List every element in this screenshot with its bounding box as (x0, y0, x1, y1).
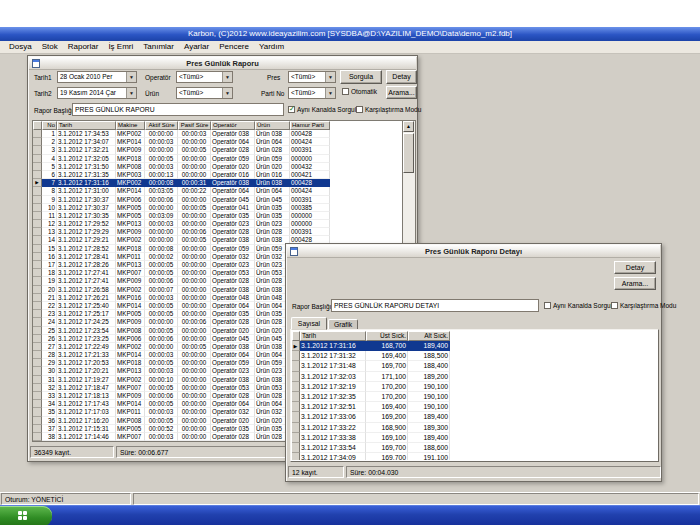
cell[interactable]: 00:00:05 (145, 269, 178, 277)
cell[interactable]: 000424 (290, 187, 330, 195)
cell[interactable]: 00:00:00 (145, 228, 178, 236)
cell[interactable]: 00:00:00 (145, 130, 178, 138)
rapor-basligi-input[interactable] (72, 103, 284, 116)
cell[interactable]: MKP013 (116, 261, 145, 269)
cell[interactable]: 000391 (290, 228, 330, 236)
cell[interactable]: Operatör 032 (211, 253, 255, 261)
tarih1-date-picker[interactable]: 28 Ocak 2010 Per ▼ (57, 71, 137, 83)
cell[interactable]: 00:00:03 (145, 367, 178, 375)
menu-tanimlar[interactable]: Tanımlar (138, 41, 179, 53)
cell[interactable]: Operatör 028 (211, 146, 255, 154)
cell[interactable]: Operatör 048 (211, 294, 255, 302)
cell[interactable]: 3.1.2012 17:16:20 (57, 417, 116, 425)
cell[interactable]: 3.1.2012 17:17:43 (57, 400, 116, 408)
cell[interactable]: 00:00:00 (178, 327, 211, 335)
cell[interactable]: 3.1.2012 17:33:38 (300, 433, 366, 443)
cell[interactable]: 00:00:05 (178, 236, 211, 244)
table-row[interactable]: 93.1.2012 17:30:37MKP00600:00:0600:00:00… (33, 196, 402, 204)
cell[interactable]: MKP009 (116, 146, 145, 154)
cell[interactable]: 3.1.2012 17:20:21 (57, 367, 116, 375)
cell[interactable]: 20 (42, 286, 57, 294)
table-row[interactable]: 103.1.2012 17:30:37MKP00500:00:0000:00:0… (33, 204, 402, 212)
cell[interactable]: 19 (42, 277, 57, 285)
cell[interactable]: 21 (42, 294, 57, 302)
detail-karsilastirma-checkbox[interactable]: Karşılaştırma Modu (611, 302, 676, 309)
pres-select[interactable]: <Tümü> ▼ (288, 71, 336, 83)
cell[interactable]: Operatör 020 (211, 417, 255, 425)
cell[interactable]: 3.1.2012 17:30:37 (57, 204, 116, 212)
cell[interactable]: 00:00:05 (145, 384, 178, 392)
cell[interactable]: 00:00:00 (178, 417, 211, 425)
cell[interactable]: 00:00:00 (178, 245, 211, 253)
column-header-tarih[interactable]: Tarih (300, 331, 366, 341)
cell[interactable]: 3.1.2012 17:31:16 (300, 341, 366, 351)
cell[interactable]: 3.1.2012 17:19:27 (57, 376, 116, 384)
cell[interactable]: MKP002 (116, 376, 145, 384)
cell[interactable]: MKP008 (116, 163, 145, 171)
cell[interactable]: Operatör 053 (211, 269, 255, 277)
cell[interactable]: Operatör 038 (211, 376, 255, 384)
cell[interactable]: 00:00:05 (145, 302, 178, 310)
table-row[interactable]: 3.1.2012 17:32:19170,200190,100 (292, 382, 454, 392)
menu-pencere[interactable]: Pencere (214, 41, 254, 53)
menu-raporlar[interactable]: Raporlar (63, 41, 104, 53)
cell[interactable]: 3 (42, 146, 57, 154)
cell[interactable]: 190,100 (408, 382, 450, 392)
cell[interactable]: 00:00:05 (145, 359, 178, 367)
cell[interactable]: 3.1.2012 17:23:54 (57, 327, 116, 335)
cell[interactable]: Ürün 035 (255, 212, 290, 220)
cell[interactable]: 00:00:03 (145, 220, 178, 228)
cell[interactable]: Operatör 020 (211, 327, 255, 335)
karsilastirma-checkbox[interactable]: Karşılaştırma Modu (356, 106, 421, 113)
cell[interactable]: 00:00:00 (178, 220, 211, 228)
cell[interactable]: 00:00:06 (178, 318, 211, 326)
cell[interactable]: 3.1.2012 17:30:35 (57, 212, 116, 220)
cell[interactable]: 00:00:00 (178, 425, 211, 433)
cell[interactable]: Operatör 038 (211, 236, 255, 244)
ayni-kanalda-checkbox[interactable]: Aynı Kanalda Sorgula (288, 106, 360, 113)
cell[interactable]: 3.1.2012 17:33:22 (300, 423, 366, 433)
tab-sayisal[interactable]: Sayısal (291, 317, 327, 330)
cell[interactable]: 169,700 (366, 453, 408, 460)
cell[interactable]: 3.1.2012 17:31:35 (57, 171, 116, 179)
cell[interactable]: MKP011 (116, 408, 145, 416)
cell[interactable]: MKP009 (116, 318, 145, 326)
cell[interactable]: Operatör 020 (211, 163, 255, 171)
cell[interactable]: 189,300 (408, 423, 450, 433)
cell[interactable]: Operatör 028 (211, 433, 255, 441)
cell[interactable]: 00:00:00 (178, 253, 211, 261)
cell[interactable]: 23 (42, 310, 57, 318)
cell[interactable]: 189,400 (408, 412, 450, 422)
cell[interactable]: Operatör 038 (211, 179, 255, 187)
cell[interactable]: MKP009 (116, 392, 145, 400)
cell[interactable]: 3.1.2012 17:21:33 (57, 351, 116, 359)
cell[interactable]: 10 (42, 204, 57, 212)
column-header-tarih[interactable]: Tarih (57, 121, 116, 130)
cell[interactable]: MKP005 (116, 212, 145, 220)
cell[interactable]: Ürün 023 (255, 220, 290, 228)
cell[interactable]: 00:00:00 (178, 196, 211, 204)
cell[interactable]: 00:00:00 (178, 261, 211, 269)
cell[interactable]: 37 (42, 425, 57, 433)
cell[interactable]: 000000 (290, 155, 330, 163)
cell[interactable]: Operatör 059 (211, 245, 255, 253)
cell[interactable]: Operatör 035 (211, 425, 255, 433)
cell[interactable]: 3.1.2012 17:32:05 (57, 155, 116, 163)
cell[interactable]: 3.1.2012 17:32:19 (300, 382, 366, 392)
cell[interactable]: 00:00:06 (145, 196, 178, 204)
cell[interactable]: Operatör 023 (211, 261, 255, 269)
cell[interactable]: 6 (42, 171, 57, 179)
cell[interactable]: MKP007 (116, 384, 145, 392)
otomatik-checkbox[interactable]: Otomatik (342, 88, 377, 95)
tarih2-date-picker[interactable]: 19 Kasım 2014 Çar ▼ (57, 87, 137, 99)
cell[interactable]: 3.1.2012 17:14:46 (57, 433, 116, 441)
table-row[interactable]: 123.1.2012 17:29:52MKP01300:00:0300:00:0… (33, 220, 402, 228)
menu-dosya[interactable]: Dosya (4, 41, 37, 53)
cell[interactable]: MKP014 (116, 400, 145, 408)
detail-rapor-basligi-input[interactable] (331, 299, 539, 312)
cell[interactable]: 000391 (290, 196, 330, 204)
cell[interactable]: 3.1.2012 17:32:51 (300, 402, 366, 412)
menu-stok[interactable]: Stok (37, 41, 63, 53)
cell[interactable]: 00:00:00 (178, 294, 211, 302)
menu-is-emri[interactable]: İş Emri (103, 41, 138, 53)
